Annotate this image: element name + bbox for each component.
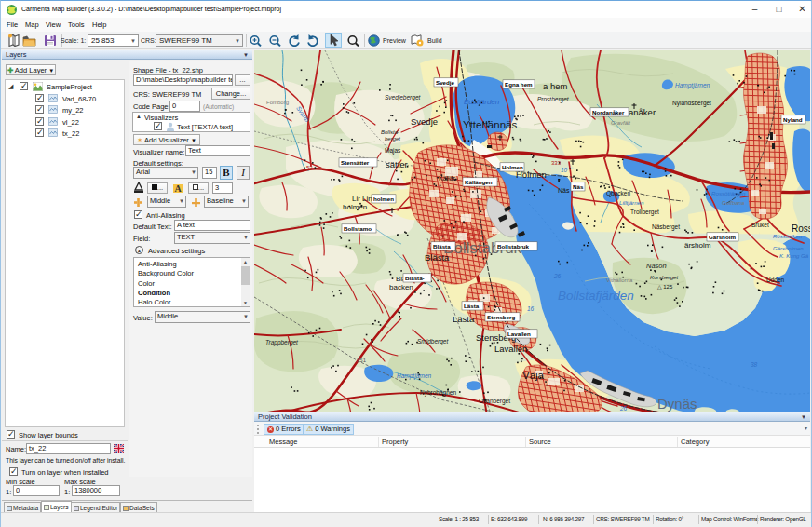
svg-text:10: 10 (561, 167, 568, 173)
svg-text:151: 151 (357, 358, 367, 363)
svg-text:Blästa: Blästa (433, 243, 451, 250)
svg-text:Golfbana: Golfbana (722, 200, 745, 206)
svg-text:53: 53 (306, 165, 313, 170)
svg-text:Lästa: Lästa (453, 314, 475, 324)
svg-text:Rossötjärnen: Rossötjärnen (711, 190, 746, 196)
svg-text:Gärsholmen: Gärsholmen (773, 246, 804, 251)
svg-text:Udden: Udden (766, 277, 785, 283)
svg-text:Dynäs: Dynäs (657, 396, 697, 412)
svg-text:K. Kung Gä: K. Kung Gä (779, 253, 809, 259)
svg-text:Bollsta-: Bollsta- (381, 129, 399, 135)
svg-text:berget: berget (385, 136, 400, 142)
svg-text:Bollstafjärden: Bollstafjärden (558, 289, 634, 303)
svg-text:Holmen: Holmen (502, 164, 523, 170)
svg-text:△ 125: △ 125 (657, 284, 673, 290)
svg-text:Näs: Näs (573, 183, 584, 190)
svg-text:Edsfjärden: Edsfjärden (464, 98, 500, 106)
svg-text:Vithällorna: Vithällorna (606, 277, 633, 283)
svg-text:Hamptjärnen: Hamptjärnen (397, 372, 432, 380)
svg-text:Källängen: Källängen (465, 179, 493, 185)
svg-text:Trollberget: Trollberget (630, 209, 659, 216)
svg-text:Rössöviken: Rössöviken (773, 234, 803, 239)
svg-text:Bollstabruk: Bollstabruk (497, 243, 530, 250)
svg-text:333: 333 (551, 160, 562, 166)
svg-text:Öbacken: Öbacken (606, 190, 630, 196)
svg-text:holmen: holmen (343, 203, 367, 211)
svg-text:Nybrohägnen: Nybrohägnen (420, 389, 456, 397)
svg-text:Blästa-: Blästa- (405, 275, 425, 281)
svg-text:Näs: Näs (558, 187, 570, 194)
svg-text:Lästa: Lästa (464, 303, 480, 309)
svg-text:Korsberget: Korsberget (650, 274, 679, 280)
svg-text:Blästa: Blästa (425, 252, 450, 263)
svg-text:Källär: Källär (439, 175, 456, 182)
svg-text:Nylandsberget: Nylandsberget (672, 100, 711, 107)
svg-text:Nyland: Nyland (783, 116, 803, 123)
svg-text:Prostberget: Prostberget (537, 96, 570, 103)
svg-text:Egna hem: Egna hem (505, 81, 533, 88)
svg-text:26: 26 (553, 273, 562, 279)
svg-text:16: 16 (527, 305, 535, 312)
svg-text:Väja: Väja (522, 370, 545, 381)
svg-text:sätter: sätter (386, 159, 408, 169)
svg-text:38: 38 (751, 361, 758, 368)
svg-text:Lavallen: Lavallen (494, 344, 527, 354)
svg-text:Bollstamo: Bollstamo (344, 225, 372, 232)
svg-text:Majas: Majas (385, 147, 401, 155)
svg-text:backen: backen (389, 283, 413, 291)
svg-text:26: 26 (619, 405, 628, 412)
svg-text:Ovanberget: Ovanberget (479, 398, 510, 405)
svg-text:Stensberg: Stensberg (487, 314, 515, 320)
svg-text:Bruket: Bruket (751, 222, 769, 228)
svg-text:Näsön: Näsön (646, 262, 667, 270)
svg-text:Lavallen: Lavallen (508, 331, 531, 337)
svg-text:Nordanåker: Nordanåker (592, 109, 625, 115)
svg-text:Hamptjärnen: Hamptjärnen (675, 82, 710, 89)
svg-text:Gärsholm: Gärsholm (709, 234, 736, 240)
svg-text:A: A (175, 183, 183, 194)
svg-text:Näsberget: Näsberget (652, 223, 680, 231)
svg-text:Trappberget: Trappberget (265, 339, 299, 346)
svg-text:Ytterlännäs: Ytterlännäs (463, 119, 517, 130)
svg-text:ärsholm: ärsholm (684, 241, 711, 250)
svg-text:Ross: Ross (792, 223, 810, 234)
svg-text:Svedje: Svedje (411, 116, 438, 127)
svg-text:Stensätter: Stensätter (341, 159, 370, 166)
svg-text:a hem: a hem (543, 81, 567, 91)
svg-text:Lilltjärnen: Lilltjärnen (619, 199, 644, 206)
svg-text:Gravfält: Gravfält (611, 120, 630, 126)
svg-text:anåker: anåker (629, 107, 656, 117)
svg-text:Smidberget: Smidberget (417, 338, 449, 345)
svg-text:holmen: holmen (373, 196, 394, 202)
svg-text:Svedjeberget: Svedjeberget (385, 94, 421, 101)
svg-text:Svedje: Svedje (436, 79, 455, 86)
svg-text:Fomborg: Fomborg (266, 100, 289, 105)
